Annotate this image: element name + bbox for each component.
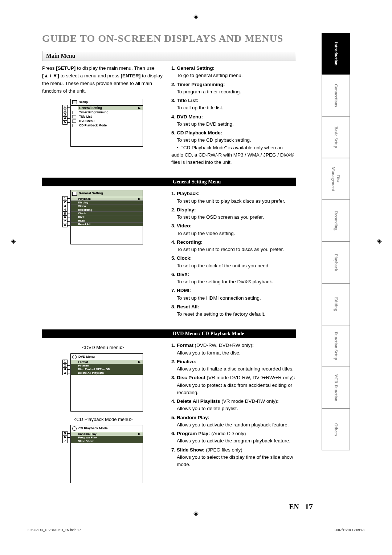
list-item: 2. Timer Programming:To program a timer …	[171, 81, 295, 96]
menu-icon	[72, 119, 76, 123]
list-item: 4. Delete All Playlists (VR mode DVD-RW …	[171, 398, 295, 413]
list-item: 5. CD Playback Mode:To set up the CD pla…	[171, 129, 295, 166]
dvd-menu-caption: <DVD Menu menu>	[42, 344, 164, 351]
disc-icon	[72, 355, 77, 359]
list-item: 1. General Setting:To go to general sett…	[171, 65, 295, 80]
list-item: 1. Playback:To set up the unit to play b…	[171, 190, 295, 205]
tab-playback[interactable]: Playback	[322, 242, 350, 283]
main-content: GUIDE TO ON-SCREEN DISPLAYS AND MENUS Ma…	[42, 33, 296, 487]
arrow-right-icon: ▶	[138, 360, 140, 364]
general-setting-header: General Setting Menu	[42, 178, 296, 186]
tab-editing[interactable]: Editing	[322, 283, 350, 325]
list-item: 5. Clock:To set up the clock of the unit…	[171, 255, 295, 270]
list-item: 6. Program Play: (Audio CD only)Allows y…	[171, 430, 295, 445]
file-meta-left: E9KGAUD_D-VR610KU_EN.indd 17	[28, 528, 81, 532]
tab-function-setup[interactable]: Function Setup	[322, 325, 350, 367]
page-language: EN	[289, 503, 299, 511]
file-meta-right: 2007/12/18 17:09:43	[334, 528, 364, 532]
tab-connections[interactable]: Connections	[322, 74, 350, 116]
meta-footer: E9KGAUD_D-VR610KU_EN.indd 17 2007/12/18 …	[28, 528, 364, 532]
crop-mark-icon	[10, 238, 17, 244]
list-item: 8. Reset All:To reset the setting to the…	[171, 303, 295, 318]
callout: 7	[62, 439, 68, 443]
page-title: GUIDE TO ON-SCREEN DISPLAYS AND MENUS	[42, 33, 296, 44]
gear-icon	[72, 192, 77, 196]
menu-icon	[72, 124, 76, 127]
menu-icon	[72, 115, 76, 118]
page-number: 17	[305, 502, 313, 511]
list-item: 7. Slide Show: (JPEG files only)Allows y…	[171, 446, 295, 469]
list-item: 1. Format (DVD-RW, DVD+RW only):Allows y…	[171, 342, 295, 357]
list-item: 3. Video:To set up the video setting.	[171, 222, 295, 237]
general-setting-screenshot: 1 2 3 4 5 6 7 8 General Setting Playback…	[70, 190, 143, 244]
tab-recording[interactable]: Recording	[322, 200, 350, 242]
list-item: 2. Display:To set up the OSD screen as y…	[171, 206, 295, 221]
list-item: 3. Title List:To call up the title list.	[171, 97, 295, 112]
dvd-cd-header: DVD Menu / CD Playback Mode	[42, 329, 296, 338]
disc-icon	[72, 426, 77, 431]
page-footer: EN 17	[42, 502, 313, 511]
arrow-keys: [▲ / ▼]	[42, 73, 59, 78]
main-menu-header: Main Menu	[42, 51, 296, 61]
enter-key: [ENTER]	[121, 73, 141, 78]
tab-others[interactable]: Others	[322, 409, 350, 450]
setup-key: [SETUP]	[56, 65, 75, 71]
callout: 8	[62, 223, 68, 227]
cd-playback-screenshot: 5 6 7 CD Playback Mode Random Play▶ Prog…	[70, 425, 143, 483]
callout: 4	[62, 371, 68, 375]
side-tabs: Introduction Connections Basic Setup Dis…	[322, 33, 350, 450]
arrow-right-icon: ▶	[138, 197, 140, 201]
list-item: 7. HDMI:To set up the HDMI connection se…	[171, 287, 295, 302]
callout: 5	[62, 120, 68, 125]
crop-mark-icon	[193, 13, 199, 20]
list-item: 5. Random Play:Allows you to activate th…	[171, 414, 295, 429]
menu-icon	[72, 111, 76, 114]
dvd-menu-screenshot: 1 2 3 4 DVD Menu Format▶ Finalize Disc P…	[70, 353, 143, 412]
list-item: 3. Disc Protect (VR mode DVD-RW, DVD+RW/…	[171, 374, 295, 396]
cd-menu-caption: <CD Playback Mode menu>	[42, 416, 164, 423]
setup-icon	[72, 100, 77, 104]
tab-basic-setup[interactable]: Basic Setup	[322, 116, 350, 158]
list-item: 4. DVD Menu:To set up the DVD setting.	[171, 113, 295, 128]
tab-introduction[interactable]: Introduction	[322, 33, 350, 74]
arrow-right-icon: ▶	[138, 432, 140, 436]
list-item: 6. DivX:To set up the setting for the Di…	[171, 271, 295, 286]
list-item: 4. Recording:To set up the unit to recor…	[171, 239, 295, 254]
tab-vcr-function[interactable]: VCR Function	[322, 367, 350, 409]
setup-menu-screenshot: 1 2 3 4 5 Setup General Setting▶ Timer P…	[70, 99, 143, 147]
tab-disc-management[interactable]: Disc Management	[322, 158, 350, 200]
list-item: 2. Finalize:Allows you to finalize a dis…	[171, 358, 295, 373]
crop-mark-icon	[376, 238, 383, 244]
intro-text: Press [SETUP] to display the main menu. …	[42, 65, 164, 95]
